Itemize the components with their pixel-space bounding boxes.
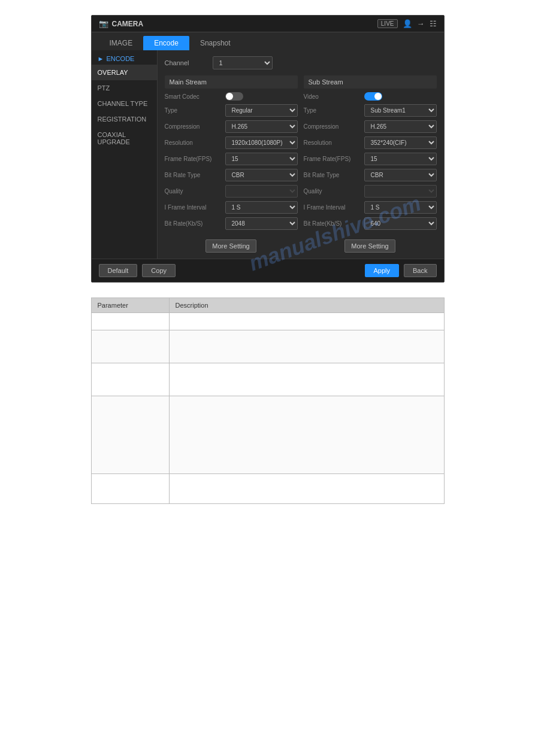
table-header-param: Parameter [91, 298, 169, 313]
streams-row: Main Stream Smart Codec Type [165, 75, 437, 253]
main-bitrate-select[interactable]: 2048 [225, 217, 298, 230]
sidebar-item-coaxial[interactable]: COAXIAL UPGRADE [92, 127, 157, 150]
main-bitratetype-select[interactable]: CBR [225, 169, 298, 181]
smart-codec-label: Smart Codec [165, 93, 222, 100]
sub-quality-row: Quality [304, 185, 437, 198]
sub-video-label: Video [304, 93, 361, 100]
main-quality-select[interactable] [225, 185, 298, 198]
main-quality-label: Quality [165, 188, 222, 195]
tab-snapshot[interactable]: Snapshot [189, 36, 241, 50]
main-framerate-row: Frame Rate(FPS) 15 [165, 153, 298, 165]
channel-label: Channel [165, 59, 207, 66]
sub-resolution-row: Resolution 352*240(CIF) [304, 136, 437, 149]
panel-header-right: LIVE 👤 → ☷ [377, 19, 437, 28]
sub-framerate-select[interactable]: 15 [364, 153, 437, 165]
table-cell-desc [169, 313, 444, 330]
main-stream-section: Main Stream Smart Codec Type [165, 75, 298, 253]
main-bitratetype-label: Bit Rate Type [165, 172, 222, 178]
copy-button[interactable]: Copy [142, 264, 176, 277]
exit-icon[interactable]: → [417, 19, 425, 28]
table-row [91, 474, 444, 504]
table-row [91, 396, 444, 474]
table-cell-param [91, 474, 169, 504]
table-row [91, 330, 444, 363]
sub-video-toggle[interactable] [364, 92, 382, 101]
panel-header-left: 📷 CAMERA [99, 19, 144, 28]
sub-iframe-row: I Frame Interval 1 S [304, 201, 437, 214]
sub-framerate-label: Frame Rate(FPS) [304, 156, 361, 162]
main-framerate-select[interactable]: 15 [225, 153, 298, 165]
table-cell-param [91, 330, 169, 363]
grid-icon[interactable]: ☷ [430, 19, 437, 28]
sub-toggle-thumb [374, 93, 382, 100]
back-button[interactable]: Back [404, 264, 436, 277]
main-iframe-row: I Frame Interval 1 S [165, 201, 298, 214]
table-cell-desc [169, 474, 444, 504]
sub-iframe-label: I Frame Interval [304, 204, 361, 211]
main-resolution-row: Resolution 1920x1080(1080P) [165, 136, 298, 149]
sidebar-encode-label: ENCODE [106, 55, 134, 62]
user-icon[interactable]: 👤 [403, 19, 412, 28]
sub-bitratetype-row: Bit Rate Type CBR [304, 169, 437, 181]
sub-video-row: Video [304, 92, 437, 101]
smart-codec-row: Smart Codec [165, 92, 298, 101]
main-bitratetype-row: Bit Rate Type CBR [165, 169, 298, 181]
main-iframe-select[interactable]: 1 S [225, 201, 298, 214]
sub-type-select[interactable]: Sub Stream1 [364, 104, 437, 117]
sub-bitrate-label: Bit Rate(Kb/S) [304, 220, 361, 227]
camera-panel: 📷 CAMERA LIVE 👤 → ☷ IMAGE Encode Snapsho… [91, 15, 445, 283]
sub-quality-select[interactable] [364, 185, 437, 198]
sub-quality-label: Quality [304, 188, 361, 195]
main-quality-row: Quality [165, 185, 298, 198]
sub-type-label: Type [304, 107, 361, 114]
main-framerate-label: Frame Rate(FPS) [165, 156, 222, 162]
table-row [91, 313, 444, 330]
main-resolution-label: Resolution [165, 139, 222, 146]
main-resolution-select[interactable]: 1920x1080(1080P) [225, 136, 298, 149]
sub-type-row: Type Sub Stream1 [304, 104, 437, 117]
tab-image[interactable]: IMAGE [99, 36, 144, 50]
main-type-label: Type [165, 107, 222, 114]
main-compression-select[interactable]: H.265 [225, 120, 298, 133]
table-header-desc: Description [169, 298, 444, 313]
sub-resolution-label: Resolution [304, 139, 361, 146]
sidebar-item-ptz[interactable]: PTZ [92, 80, 157, 96]
sub-more-setting-button[interactable]: More Setting [344, 239, 395, 253]
sidebar-coaxial-label: COAXIAL UPGRADE [98, 131, 130, 145]
sub-stream-section: Sub Stream Video Type Sub S [304, 75, 437, 253]
toggle-thumb [226, 93, 233, 100]
sub-iframe-select[interactable]: 1 S [364, 201, 437, 214]
sidebar-item-channel-type[interactable]: CHANNEL TYPE [92, 96, 157, 111]
sidebar-arrow: ► [98, 55, 104, 62]
footer-left: Default Copy [99, 264, 176, 277]
default-button[interactable]: Default [99, 264, 138, 277]
apply-button[interactable]: Apply [365, 264, 400, 277]
sub-resolution-select[interactable]: 352*240(CIF) [364, 136, 437, 149]
smart-codec-toggle[interactable] [225, 92, 243, 101]
sub-bitratetype-select[interactable]: CBR [364, 169, 437, 181]
panel-header: 📷 CAMERA LIVE 👤 → ☷ [92, 16, 444, 32]
sidebar-registration-label: REGISTRATION [98, 116, 147, 123]
tab-encode[interactable]: Encode [143, 36, 189, 50]
sidebar-item-overlay[interactable]: OVERLAY [92, 65, 157, 80]
main-compression-row: Compression H.265 [165, 120, 298, 133]
main-content: Channel 1 Main Stream Smart Codec [158, 50, 444, 259]
sidebar-ptz-label: PTZ [98, 84, 110, 92]
sidebar-item-registration[interactable]: REGISTRATION [92, 111, 157, 127]
sub-framerate-row: Frame Rate(FPS) 15 [304, 153, 437, 165]
main-more-setting-button[interactable]: More Setting [205, 239, 256, 253]
doc-table-section: Parameter Description [91, 297, 445, 504]
main-type-select[interactable]: Regular [225, 104, 298, 117]
sub-bitrate-select[interactable]: 640 [364, 217, 437, 230]
sub-compression-select[interactable]: H.265 [364, 120, 437, 133]
panel-title: CAMERA [112, 20, 144, 28]
main-bitrate-row: Bit Rate(Kb/S) 2048 [165, 217, 298, 230]
table-row [91, 363, 444, 396]
sidebar: ► ENCODE OVERLAY PTZ CHANNEL TYPE REGIST… [92, 50, 158, 259]
table-cell-desc [169, 396, 444, 474]
sidebar-channeltype-label: CHANNEL TYPE [98, 100, 148, 107]
channel-select[interactable]: 1 [213, 56, 273, 69]
live-badge: LIVE [377, 19, 398, 28]
sub-bitratetype-label: Bit Rate Type [304, 172, 361, 178]
table-cell-param [91, 396, 169, 474]
